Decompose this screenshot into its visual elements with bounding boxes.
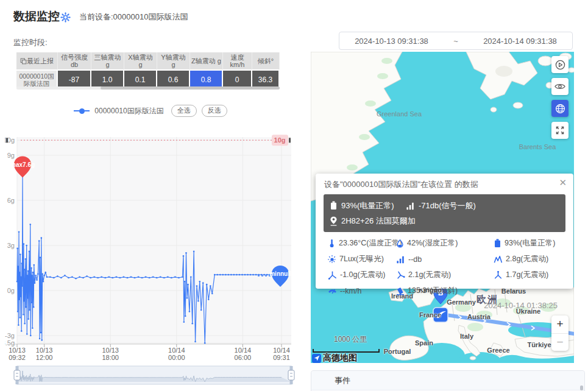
- table-hscrollbar[interactable]: [16, 86, 280, 90]
- battery-icon: [330, 201, 338, 210]
- humidity-icon: [396, 239, 404, 248]
- map-label-9: Austria: [467, 313, 491, 320]
- location-pin-icon: [330, 216, 338, 226]
- events-header: 事件: [311, 371, 584, 390]
- monitor-period-label: 监控时段:: [13, 37, 48, 48]
- date-range-start[interactable]: 2024-10-13 09:31:38: [339, 37, 444, 46]
- zoom-in-button[interactable]: +: [551, 315, 569, 334]
- y-axis-label: -3.5g: [5, 339, 15, 347]
- legend-line-icon[interactable]: [74, 110, 90, 111]
- y-axis-label: 6g: [7, 197, 15, 204]
- copy-icon: [20, 58, 27, 65]
- x-axis-label: 10/1309:32: [9, 347, 26, 361]
- z-axis-vibration-icon: [494, 271, 503, 280]
- y-axis-label: 0g: [7, 287, 15, 294]
- vibration-icon: [494, 255, 503, 264]
- x-axis-label: 10/1409:31: [273, 347, 290, 361]
- map-zoom-control: + −: [551, 315, 569, 351]
- map-label-10: Italy: [460, 333, 473, 340]
- y-axis-label: 9g: [7, 152, 15, 159]
- vibration-line-chart[interactable]: 10g9g6g3g0g-3g-3.5g10/1309:3210/1312:001…: [5, 130, 296, 389]
- popup-metric: 135.3°(无倾斜): [396, 286, 494, 296]
- table-header-7: 倾斜°: [252, 52, 280, 69]
- globe-icon: [555, 104, 565, 114]
- map-control-globe-button[interactable]: [551, 100, 569, 117]
- light-icon: [328, 255, 336, 264]
- x-axis-label: 10/1406:00: [235, 347, 252, 361]
- popup-metric: 1.7g(无震动): [494, 270, 573, 280]
- popup-metric: --km/h: [328, 286, 396, 296]
- map-control-eye-button[interactable]: [551, 78, 569, 95]
- date-range-separator: ~: [444, 37, 468, 46]
- map-label-13: Greece: [487, 347, 509, 354]
- datazoom-handle-right[interactable]: [288, 370, 294, 380]
- amap-logo-text: 高德地图: [323, 353, 357, 363]
- page-title: 数据监控: [13, 9, 60, 24]
- map-label-14: Türkiye: [527, 341, 551, 348]
- date-range-picker[interactable]: 2024-10-13 09:31:38 ~ 2024-10-14 09:31:3…: [339, 32, 573, 50]
- map-canvas[interactable]: B Greenland SeaBarents SeaIrelandKingdoG…: [311, 52, 574, 363]
- table-header-1: 信号强度 db: [58, 52, 91, 69]
- thermometer-icon: [328, 239, 336, 248]
- popup-metric: 2.1g(无震动): [396, 270, 494, 280]
- popup-metric: 93%(电量正常): [494, 238, 573, 248]
- signal-icon: [406, 202, 415, 210]
- chart-legend: 00000010国际版法国 全选 反选: [5, 105, 296, 117]
- device-location-popup: ✕ 设备"00000010国际版法国"在该位置 的数据 93%(电量正常)-71…: [316, 174, 573, 289]
- map-label-5: France: [419, 311, 441, 319]
- table-header-6: 速度 km/h: [223, 52, 252, 69]
- table-header-0: 最近上报: [16, 52, 58, 69]
- map-label-1: Barents Sea: [519, 143, 556, 150]
- x-axis-vibration-icon: [328, 271, 337, 280]
- table-header-2: 三轴震动 g: [91, 52, 124, 69]
- invert-select-button[interactable]: 反选: [202, 105, 227, 117]
- popup-metric: --db: [396, 254, 494, 264]
- device-data-table: 最近上报00000010国际版法国信号强度 db-87三轴震动 g1.0X轴震动…: [16, 52, 280, 89]
- table-header-3: X轴震动 g: [124, 52, 157, 69]
- amap-logo-icon: [312, 354, 321, 363]
- popup-summary-item: 93%(电量正常): [330, 200, 406, 211]
- play-icon: [555, 60, 565, 70]
- datazoom-handle-left[interactable]: [14, 370, 20, 380]
- y-axis-vibration-icon: [396, 271, 405, 280]
- min-markpoint-label: minnull: [269, 270, 291, 277]
- map-control-play-button[interactable]: [551, 56, 569, 73]
- popup-summary-box: 93%(电量正常)-71db(信号一般) 2H82+26 法国莫爾加: [324, 194, 565, 232]
- map-control-expand-button[interactable]: [551, 122, 569, 139]
- popup-timestamp: 2024-10-14 01:38:25: [316, 301, 558, 310]
- table-header-5: Z轴震动 g: [190, 52, 223, 69]
- table-hscrollbar-thumb[interactable]: [101, 86, 280, 90]
- max-markpoint-label: max7.6g: [10, 161, 35, 168]
- events-panel: 事件: [311, 370, 585, 391]
- map-scale-label: 1000 公里: [334, 334, 367, 345]
- signal-icon: [396, 255, 405, 264]
- map-label-11: Spain: [415, 339, 433, 347]
- threshold-badge: 10g: [274, 136, 286, 144]
- popup-location: 2H82+26 法国莫爾加: [330, 216, 416, 227]
- events-scrollbar-thumb[interactable]: [580, 386, 583, 390]
- popup-metric: 2.8g(无震动): [494, 254, 573, 264]
- settings-gear-icon[interactable]: [60, 12, 71, 23]
- popup-metrics-grid: 23.36°C(温度正常)42%(湿度正常)93%(电量正常)7Lux(无曝光)…: [328, 238, 573, 296]
- x-axis-label: 10/1312:00: [36, 347, 53, 361]
- map-label-0: Greenland Sea: [377, 110, 422, 118]
- x-axis-label: 10/1400:00: [168, 347, 185, 361]
- tilt-icon: [396, 287, 405, 295]
- speed-icon: [328, 287, 337, 295]
- popup-close-icon[interactable]: ✕: [559, 177, 567, 188]
- popup-metric: 7Lux(无曝光): [328, 254, 396, 264]
- popup-title: 设备"00000010国际版法国"在该位置 的数据: [316, 174, 573, 190]
- amap-logo[interactable]: 高德地图: [312, 353, 357, 363]
- popup-metric: -1.0g(无震动): [328, 270, 396, 280]
- battery-icon: [494, 239, 501, 248]
- eye-icon: [554, 82, 565, 91]
- popup-metric: 42%(湿度正常): [396, 238, 494, 248]
- current-device-label: 当前设备:00000010国际版法国: [79, 12, 188, 23]
- zoom-out-button[interactable]: −: [551, 334, 569, 351]
- legend-series-label[interactable]: 00000010国际版法国: [94, 106, 163, 116]
- y-axis-label: -3g: [5, 332, 15, 339]
- popup-metric: 23.36°C(温度正常): [328, 238, 396, 248]
- date-range-end[interactable]: 2024-10-14 09:31:38: [468, 37, 572, 46]
- map-label-12: Portugal: [384, 348, 411, 355]
- select-all-button[interactable]: 全选: [171, 105, 197, 117]
